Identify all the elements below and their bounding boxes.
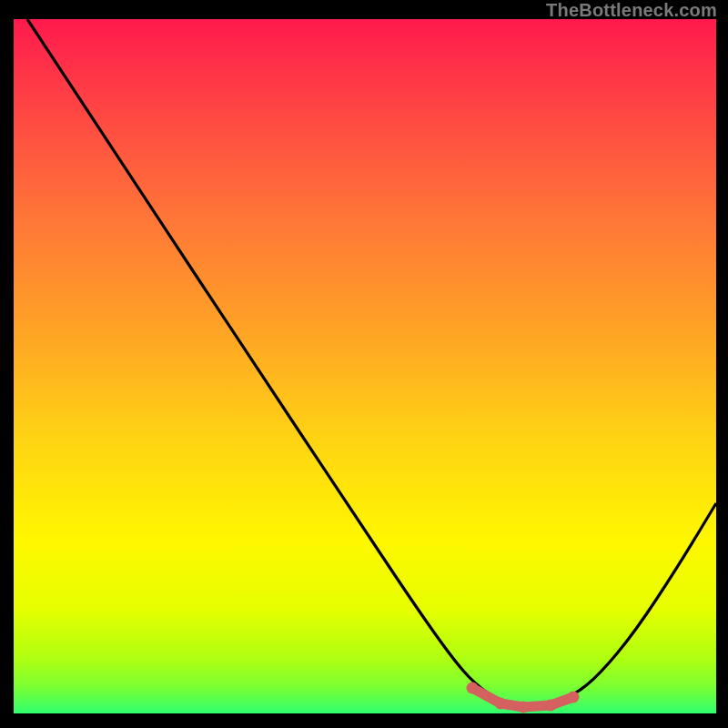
svg-point-6 [518, 702, 530, 713]
chart-frame: TheBottleneck.com [0, 0, 728, 728]
svg-point-4 [467, 682, 479, 694]
svg-point-5 [495, 698, 507, 710]
attribution-text: TheBottleneck.com [546, 0, 717, 21]
svg-point-7 [545, 700, 557, 712]
curve-markers [14, 19, 716, 713]
plot-area [14, 19, 716, 713]
svg-point-8 [568, 692, 580, 703]
